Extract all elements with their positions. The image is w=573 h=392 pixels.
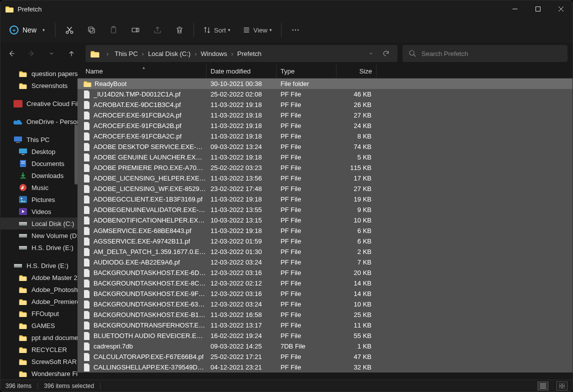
tree-item[interactable]: Local Disk (C:) bbox=[0, 218, 78, 230]
close-button[interactable] bbox=[550, 0, 572, 18]
tree-item[interactable]: Adobe_Photosh bbox=[0, 284, 78, 296]
file-row[interactable]: BACKGROUNDTASKHOST.EXE-63F11000.pf12-03-… bbox=[78, 299, 572, 310]
tree-item[interactable]: Videos bbox=[0, 206, 78, 218]
file-row[interactable]: BACKGROUNDTRANSFERHOST.EXE-DB32...11-03-… bbox=[78, 320, 572, 330]
file-row[interactable]: ADOBENOTIFICATIONHELPER.EXE-25CC...10-03… bbox=[78, 215, 572, 226]
forward-button[interactable] bbox=[22, 44, 40, 62]
breadcrumb-segment[interactable]: This PC bbox=[112, 50, 140, 58]
file-row[interactable]: BACKGROUNDTASKHOST.EXE-8CBD7053...12-03-… bbox=[78, 278, 572, 288]
tree-item[interactable]: ppt and docume bbox=[0, 332, 78, 344]
cut-button[interactable] bbox=[58, 20, 80, 40]
file-row[interactable]: ReadyBoot30-10-2021 00:38File folder bbox=[78, 78, 572, 89]
rename-button[interactable] bbox=[124, 20, 146, 40]
file-date: 30-10-2021 00:38 bbox=[206, 80, 276, 88]
tree-item[interactable]: Pictures bbox=[0, 194, 78, 206]
svg-rect-0 bbox=[536, 7, 540, 12]
file-row[interactable]: AUDIODG.EXE-AB22E9A6.pf12-03-2022 03:24P… bbox=[78, 257, 572, 268]
tree-item[interactable]: Music bbox=[0, 182, 78, 194]
view-button[interactable]: View ▾ bbox=[236, 20, 278, 40]
file-row[interactable]: ADOBEGCCLIENT.EXE-1B3F3169.pf11-03-2022 … bbox=[78, 194, 572, 204]
file-list[interactable]: ReadyBoot30-10-2021 00:38File folder_IU1… bbox=[78, 78, 572, 380]
file-row[interactable]: ADOBE DESKTOP SERVICE.EXE-A2925451.pf09-… bbox=[78, 142, 572, 152]
share-button[interactable] bbox=[146, 20, 168, 40]
copy-button[interactable] bbox=[80, 20, 102, 40]
file-row[interactable]: ACROCEF.EXE-91FCBA2C.pf11-03-2022 19:18P… bbox=[78, 131, 572, 142]
tree-item[interactable]: OneDrive - Person bbox=[0, 116, 78, 128]
file-name: ADOBE DESKTOP SERVICE.EXE-A2925451.pf bbox=[94, 143, 206, 150]
tree-item[interactable]: GAMES bbox=[0, 320, 78, 332]
tree-item[interactable]: Downloads bbox=[0, 170, 78, 182]
navigation-tree[interactable]: question papersScreenshotsCreative Cloud… bbox=[0, 64, 78, 380]
file-row[interactable]: AGMSERVICE.EXE-68BE8443.pf11-03-2022 19:… bbox=[78, 226, 572, 236]
tree-item[interactable]: ScrewSoft RAR P bbox=[0, 356, 78, 368]
file-type: PF File bbox=[276, 311, 336, 318]
address-bar[interactable]: › This PC›Local Disk (C:)›Windows›Prefet… bbox=[86, 45, 398, 62]
file-name: _IU14D2N.TMP-D0012C1A.pf bbox=[94, 90, 180, 98]
svg-point-2 bbox=[70, 31, 73, 34]
delete-button[interactable] bbox=[168, 20, 190, 40]
tree-item[interactable]: H.S. Drive (E:) bbox=[0, 242, 78, 254]
search-box[interactable] bbox=[402, 45, 568, 62]
back-button[interactable] bbox=[2, 44, 20, 62]
file-row[interactable]: BACKGROUNDTASKHOST.EXE-9F2EE4C2.pf12-03-… bbox=[78, 288, 572, 299]
more-button[interactable] bbox=[284, 20, 306, 40]
maximize-button[interactable] bbox=[526, 0, 550, 18]
paste-button[interactable] bbox=[102, 20, 124, 40]
tree-item[interactable]: Desktop bbox=[0, 146, 78, 158]
file-row[interactable]: BACKGROUNDTASKHOST.EXE-B16326C0.pf11-03-… bbox=[78, 310, 572, 320]
file-row[interactable]: ACROCEF.EXE-91FCBA2B.pf11-03-2022 19:18P… bbox=[78, 120, 572, 131]
file-row[interactable]: ADOBE GENUINE LAUNCHER.EXE-8BD95...11-03… bbox=[78, 152, 572, 162]
file-row[interactable]: ACROBAT.EXE-9DC1B3C4.pf11-03-2022 19:18P… bbox=[78, 100, 572, 110]
tree-item[interactable]: question papers bbox=[0, 68, 78, 80]
tree-item[interactable]: Adobe_Premiere bbox=[0, 296, 78, 308]
chevron-right-icon[interactable]: › bbox=[192, 50, 198, 58]
chevron-right-icon[interactable]: › bbox=[229, 50, 235, 58]
tree-item[interactable]: Adobe Master 2 bbox=[0, 272, 78, 284]
column-size[interactable]: Size bbox=[336, 64, 376, 78]
sidebar-scroll-thumb[interactable] bbox=[74, 124, 78, 184]
up-button[interactable] bbox=[62, 44, 80, 62]
tree-item[interactable]: RECYCLER bbox=[0, 344, 78, 356]
details-view-button[interactable] bbox=[538, 382, 548, 390]
breadcrumb-segment[interactable]: Local Disk (C:) bbox=[146, 50, 192, 58]
file-row[interactable]: _IU14D2N.TMP-D0012C1A.pf25-02-2022 02:08… bbox=[78, 89, 572, 100]
file-row[interactable]: BLUETOOTH AUDIO REVEICER.EXE-547EC...16-… bbox=[78, 330, 572, 341]
search-input[interactable] bbox=[422, 50, 562, 58]
file-row[interactable]: CALLINGSHELLAPP.EXE-379549D2.pf04-12-202… bbox=[78, 362, 572, 372]
minimize-button[interactable] bbox=[504, 0, 526, 18]
column-type[interactable]: Type bbox=[276, 64, 336, 78]
column-date[interactable]: Date modified bbox=[206, 64, 276, 78]
file-row[interactable]: AM_DELTA_PATCH_1.359.1677.0.E-3139A...12… bbox=[78, 246, 572, 257]
tree-item[interactable]: New Volume (D: bbox=[0, 230, 78, 242]
sort-button[interactable]: Sort ▾ bbox=[197, 20, 236, 40]
file-row[interactable]: CALCULATORAPP.EXE-F67E66B4.pf25-02-2022 … bbox=[78, 352, 572, 362]
file-date: 11-03-2022 19:18 bbox=[206, 132, 276, 140]
file-row[interactable]: ADOBEGENUINEVALIDATOR.EXE-2BCAF8...11-03… bbox=[78, 204, 572, 215]
file-row[interactable]: BACKGROUNDTASKHOST.EXE-6D58042C.pf12-03-… bbox=[78, 268, 572, 278]
tree-item[interactable]: Documents bbox=[0, 158, 78, 170]
tree-item[interactable]: FFOutput bbox=[0, 308, 78, 320]
file-row[interactable]: cadrespri.7db09-03-2022 14:257DB File1 K… bbox=[78, 341, 572, 352]
file-row[interactable]: ADOBE_LICENSING_HELPER.EXE-A7EF9B...11-0… bbox=[78, 173, 572, 184]
file-row[interactable]: ACROCEF.EXE-91FCBA2A.pf11-03-2022 19:18P… bbox=[78, 110, 572, 120]
tree-item[interactable]: H.S. Drive (E:) bbox=[0, 260, 78, 272]
tree-item[interactable]: This PC bbox=[0, 134, 78, 146]
file-row[interactable]: ADOBE PREMIERE PRO.EXE-A70C860E.pf25-02-… bbox=[78, 162, 572, 173]
thumbnail-view-button[interactable] bbox=[556, 382, 568, 390]
address-dropdown-button[interactable] bbox=[364, 47, 378, 60]
tree-item[interactable]: Wondershare Fil bbox=[0, 368, 78, 380]
column-name[interactable]: Name▲ bbox=[82, 64, 206, 78]
file-row[interactable]: AGSSERVICE.EXE-A9742B11.pf12-03-2022 01:… bbox=[78, 236, 572, 246]
chevron-right-icon[interactable]: › bbox=[140, 50, 146, 58]
tree-item[interactable]: Screenshots bbox=[0, 80, 78, 92]
recent-button[interactable] bbox=[42, 44, 60, 62]
file-row[interactable]: ADOBE_LICENSING_WF.EXE-85291397.pf23-02-… bbox=[78, 184, 572, 194]
refresh-button[interactable] bbox=[380, 47, 392, 60]
breadcrumb-segment[interactable]: Windows bbox=[199, 50, 230, 58]
new-button[interactable]: + New ▾ bbox=[2, 20, 52, 40]
chevron-right-icon[interactable]: › bbox=[104, 50, 110, 58]
sidebar-scrollbar[interactable] bbox=[74, 64, 78, 380]
tree-item[interactable]: Creative Cloud Fil bbox=[0, 98, 78, 110]
breadcrumb-segment[interactable]: Prefetch bbox=[236, 50, 264, 58]
folder-icon bbox=[18, 286, 28, 293]
